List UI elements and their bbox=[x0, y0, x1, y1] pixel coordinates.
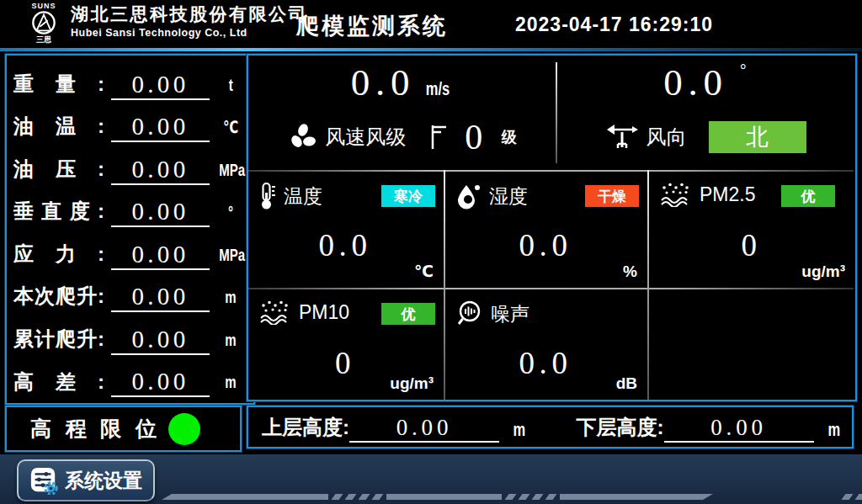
pm10-cell: PM10 优 0 ug/m³ bbox=[248, 289, 442, 398]
row-value: 0.00 bbox=[111, 326, 210, 355]
wind-direction-label: 风向 bbox=[646, 124, 687, 151]
stripe-slash bbox=[345, 494, 357, 500]
noise-cell: 噪声 0.0 dB bbox=[445, 289, 646, 398]
decorative-stripe bbox=[162, 494, 328, 500]
sensor-unit: ug/m³ bbox=[801, 263, 845, 281]
upper-height-unit: m bbox=[513, 419, 525, 441]
row-unit: m bbox=[225, 331, 236, 350]
wind-speed-unit: m/s bbox=[426, 78, 450, 100]
sensor-unit: % bbox=[623, 263, 637, 281]
measurements-panel: 重量: 0.00 t 油温: 0.00 ℃ 油压: 0.00 MPa 垂直度: … bbox=[5, 54, 255, 405]
wind-speed-label: 风速风级 bbox=[325, 124, 406, 151]
heights-box: 上层高度: 0.00 m 下层高度: 0.00 m bbox=[247, 406, 854, 448]
sensor-name: 噪声 bbox=[491, 301, 529, 327]
system-settings-button[interactable]: 系统设置 bbox=[17, 459, 155, 501]
lower-height-value: 0.00 bbox=[664, 416, 814, 443]
wind-direction-unit: ° bbox=[740, 61, 747, 80]
humidity-cell: 湿度 干燥 0.0 % bbox=[445, 172, 646, 286]
sensor-value: 0.0 bbox=[248, 227, 442, 263]
pm10-status-badge: 优 bbox=[381, 303, 435, 325]
upper-height-label: 上层高度: bbox=[262, 414, 349, 441]
row-label: 累计爬升: bbox=[13, 327, 104, 352]
row-label: 高差: bbox=[13, 370, 104, 395]
bottom-bar: 系统设置 bbox=[0, 454, 862, 504]
stripe-slash bbox=[519, 494, 530, 500]
elevation-limit-status-light bbox=[168, 413, 200, 445]
row-unit: MPa bbox=[219, 161, 245, 180]
row-oil-pressure: 油压: 0.00 MPa bbox=[13, 146, 247, 185]
row-label: 本次爬升: bbox=[13, 284, 104, 309]
wind-direction-value: 0.0 bbox=[663, 61, 728, 103]
row-label: 应力: bbox=[13, 242, 104, 267]
row-current-climb: 本次爬升: 0.00 m bbox=[13, 273, 247, 312]
settings-button-label: 系统设置 bbox=[65, 468, 142, 494]
sensor-unit: ug/m³ bbox=[390, 374, 434, 393]
datetime-display: 2023-04-17 16:29:10 bbox=[515, 13, 713, 36]
wind-divider bbox=[556, 62, 557, 163]
wind-speed-section: 0.0m/s 风速风级 0 级 bbox=[248, 56, 556, 168]
row-unit: MPa bbox=[219, 246, 245, 265]
dust-icon bbox=[258, 300, 292, 325]
stripe-slash bbox=[359, 494, 370, 500]
stripe-slash bbox=[855, 494, 862, 500]
wind-vane-icon bbox=[604, 122, 640, 152]
sensor-unit: dB bbox=[616, 374, 637, 393]
row-value: 0.00 bbox=[111, 369, 210, 397]
header-divider bbox=[0, 48, 862, 51]
upper-height-group: 上层高度: 0.00 m bbox=[262, 414, 528, 443]
row-value: 0.00 bbox=[111, 284, 210, 312]
row-value: 0.00 bbox=[111, 157, 210, 185]
company-name-en: Hubei Sansi Technology Co., Ltd bbox=[71, 27, 308, 40]
droplet-icon bbox=[455, 182, 482, 210]
sensor-value: 0 bbox=[649, 227, 854, 263]
wind-direction-badge: 北 bbox=[709, 121, 806, 153]
logo-top-text: SUNS bbox=[20, 2, 67, 10]
temperature-cell: 温度 寒冷 0.0 ℃ bbox=[248, 172, 442, 286]
header: SUNS 三思 湖北三思科技股份有限公司 Hubei Sansi Technol… bbox=[0, 0, 862, 48]
row-verticality: 垂直度: 0.00 ° bbox=[13, 188, 247, 227]
sensor-name: PM10 bbox=[299, 301, 349, 324]
wind-level-value: 0 bbox=[465, 117, 487, 157]
wind-level-flag-icon bbox=[428, 123, 450, 151]
decorative-stripe bbox=[386, 494, 502, 500]
logo-icon bbox=[30, 10, 57, 35]
stripe-slash bbox=[332, 494, 343, 500]
company-name: 湖北三思科技股份有限公司 Hubei Sansi Technology Co.,… bbox=[71, 4, 308, 40]
stripe-slash bbox=[842, 494, 854, 500]
upper-height-value: 0.00 bbox=[349, 416, 499, 443]
sensor-value: 0.0 bbox=[445, 227, 646, 263]
lower-height-unit: m bbox=[827, 419, 840, 441]
row-label: 油压: bbox=[13, 157, 104, 182]
row-value: 0.00 bbox=[111, 114, 210, 142]
row-oil-temp: 油温: 0.00 ℃ bbox=[13, 103, 247, 142]
row-unit: m bbox=[225, 373, 236, 392]
dust-icon bbox=[659, 182, 693, 207]
decorative-stripe bbox=[560, 494, 713, 500]
stripe-slash bbox=[505, 494, 517, 500]
settings-sliders-icon bbox=[29, 466, 58, 495]
noise-icon bbox=[455, 300, 484, 328]
stripe-slash bbox=[545, 494, 557, 500]
row-stress: 应力: 0.00 MPa bbox=[13, 231, 247, 270]
row-value: 0.00 bbox=[111, 199, 210, 227]
row-label: 垂直度: bbox=[13, 199, 104, 224]
stripe-slash bbox=[532, 494, 544, 500]
row-label: 重量: bbox=[13, 72, 104, 97]
elevation-limit-label: 高程限位 bbox=[30, 415, 157, 443]
row-weight: 重量: 0.00 t bbox=[13, 61, 247, 100]
wind-level-unit: 级 bbox=[502, 127, 517, 147]
sensor-unit: ℃ bbox=[414, 262, 434, 281]
fan-icon bbox=[288, 122, 318, 152]
page-title: 爬模监测系统 bbox=[296, 11, 448, 41]
row-value: 0.00 bbox=[111, 72, 210, 100]
stripe-slash bbox=[372, 494, 384, 500]
row-label: 油温: bbox=[13, 114, 104, 139]
wind-direction-section: 0.0° 风向 北 bbox=[556, 56, 854, 168]
elevation-limit-box: 高程限位 bbox=[5, 406, 242, 452]
lower-height-group: 下层高度: 0.00 m bbox=[577, 414, 843, 443]
thermometer-icon bbox=[258, 182, 277, 210]
sensor-name: PM2.5 bbox=[700, 183, 755, 206]
pm25-status-badge: 优 bbox=[781, 185, 835, 207]
sensor-panel: 0.0m/s 风速风级 0 级 bbox=[247, 54, 857, 401]
temperature-status-badge: 寒冷 bbox=[381, 185, 435, 207]
